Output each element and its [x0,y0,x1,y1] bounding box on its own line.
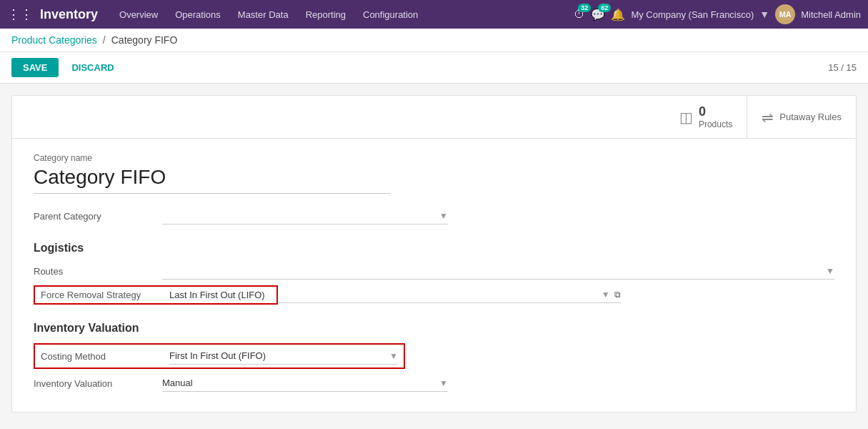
record-card: ◫ 0 Products ⇌ Putaway Rules Category na… [11,95,857,413]
products-grid-icon: ◫ [679,109,693,126]
breadcrumb-parent-link[interactable]: Product Categories [11,34,97,46]
breadcrumb-current: Category FIFO [111,34,178,46]
company-dropdown-arrow: ▼ [759,9,769,20]
inventory-valuation-field[interactable]: Manual ▼ [162,375,448,392]
costing-method-dropdown[interactable]: First In First Out (FIFO) ▼ [169,347,398,365]
parent-category-row: Parent Category ▼ [34,208,834,225]
nav-configuration[interactable]: Configuration [356,6,425,24]
breadcrumb-separator: / [103,34,106,46]
nav-operations[interactable]: Operations [168,6,228,24]
parent-category-label: Parent Category [34,211,162,222]
company-selector[interactable]: My Company (San Francisco) [631,9,754,20]
content-area: ◫ 0 Products ⇌ Putaway Rules Category na… [0,84,868,424]
smart-buttons: ◫ 0 Products ⇌ Putaway Rules [12,96,856,139]
costing-method-dropdown-value: First In First Out (FIFO) [169,350,389,361]
parent-category-field[interactable]: ▼ [162,208,448,225]
toolbar: SAVE DISCARD 15 / 15 [0,52,868,84]
bell-badge[interactable]: 🔔 [611,8,625,21]
category-name-value[interactable]: Category FIFO [34,166,391,194]
products-info: 0 Products [699,104,732,129]
force-removal-strategy-dropdown[interactable]: ▼ ⧉ [278,287,621,303]
pagination: 15 / 15 [828,62,857,73]
routes-label: Routes [34,266,162,277]
clock-badge[interactable]: ⏱ 32 [574,8,585,21]
inventory-valuation-section-heading: Inventory Valuation [34,322,834,335]
force-removal-strategy-arrow-icon: ▼ [602,290,610,300]
external-link-icon[interactable]: ⧉ [614,290,621,300]
force-removal-strategy-value: Last In First Out (LIFO) [169,290,265,300]
putaway-rules-label: Putaway Rules [779,112,842,122]
save-button[interactable]: SAVE [11,58,59,77]
logistics-section-heading: Logistics [34,242,834,255]
app-name: Inventory [40,7,98,22]
inventory-valuation-arrow-icon: ▼ [439,378,448,388]
routes-row: Routes ▼ [34,263,834,280]
costing-method-arrow-icon: ▼ [389,351,398,361]
inventory-valuation-label: Inventory Valuation [34,378,162,389]
top-navbar: ⋮⋮ Inventory Overview Operations Master … [0,0,868,29]
grid-menu-icon[interactable]: ⋮⋮ [7,6,33,22]
inventory-valuation-dropdown[interactable]: Manual ▼ [162,375,448,392]
inventory-valuation-row: Inventory Valuation Manual ▼ [34,375,834,392]
products-label: Products [699,119,732,129]
putaway-rules-smart-button[interactable]: ⇌ Putaway Rules [747,96,856,138]
shuffle-icon: ⇌ [762,109,774,126]
nav-master-data[interactable]: Master Data [231,6,296,24]
costing-method-row: Costing Method First In First Out (FIFO)… [34,343,834,369]
bell-icon: 🔔 [611,9,625,21]
chat-count: 62 [598,4,611,12]
topnav-right: ⏱ 32 💬 62 🔔 My Company (San Francisco) ▼… [574,4,861,24]
force-removal-strategy-highlight: Force Removal Strategy Last In First Out… [34,285,278,305]
inventory-valuation-dropdown-value: Manual [162,378,437,388]
chat-badge[interactable]: 💬 62 [591,8,605,21]
parent-category-dropdown[interactable]: ▼ [162,208,448,225]
avatar[interactable]: MA [775,4,795,24]
routes-dropdown[interactable]: ▼ [162,263,834,280]
form-content: Category name Category FIFO Parent Categ… [12,139,856,412]
nav-menu: Overview Operations Master Data Reportin… [112,6,574,24]
costing-method-label: Costing Method [41,351,169,362]
products-smart-button[interactable]: ◫ 0 Products [665,96,747,138]
parent-category-arrow-icon: ▼ [439,211,448,221]
products-count: 0 [699,104,732,119]
routes-arrow-icon: ▼ [826,266,834,276]
nav-reporting[interactable]: Reporting [299,6,353,24]
force-removal-strategy-label: Force Removal Strategy [41,290,169,300]
force-removal-strategy-row: Force Removal Strategy Last In First Out… [34,285,834,305]
breadcrumb: Product Categories / Category FIFO [0,29,868,52]
category-name-label: Category name [34,153,834,163]
clock-count: 32 [578,4,591,12]
category-name-field-group: Category name Category FIFO [34,153,834,194]
costing-method-highlight: Costing Method First In First Out (FIFO)… [34,343,405,369]
nav-overview[interactable]: Overview [112,6,165,24]
discard-button[interactable]: DISCARD [64,58,121,77]
user-menu[interactable]: Mitchell Admin [801,9,861,20]
